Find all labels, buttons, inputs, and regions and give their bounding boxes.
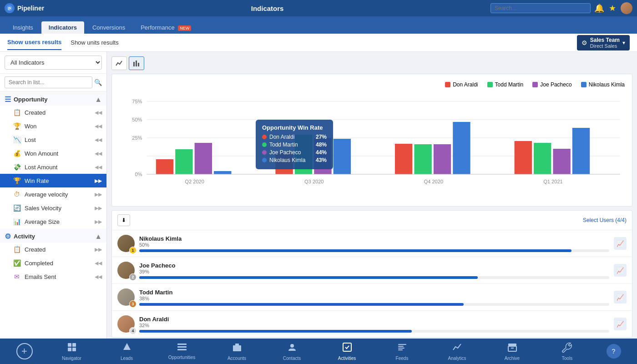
tooltip-val-todd: 48% [316, 142, 327, 148]
nav-item-tools[interactable]: Tools [551, 342, 583, 361]
sidebar-item-lost-amount[interactable]: 💸 Lost Amount ◀◀ [0, 160, 106, 174]
new-badge: NEW [178, 25, 191, 31]
legend-dot-joe [532, 82, 538, 87]
bar-q1-nikolaus[interactable] [572, 128, 590, 174]
sidebar-item-lost[interactable]: 📉 Lost ◀◀ [0, 133, 106, 147]
rank-pct-don: 32% [139, 323, 609, 328]
nav-item-activities[interactable]: Activities [331, 342, 363, 361]
tab-insights[interactable]: Insights [5, 21, 40, 34]
tab-performance[interactable]: Performance NEW [133, 21, 198, 34]
search-input[interactable] [490, 3, 591, 13]
rankings-container: ⬇ Select Users (4/4) 1 Nikolaus Kimla 50… [111, 210, 632, 338]
legend-joe-pacheco: Joe Pacheco [532, 81, 571, 88]
sidebar-item-act-created[interactable]: 📋 Created ▶▶ [0, 243, 106, 256]
nav-item-opportunities[interactable]: Opportunities [166, 343, 198, 360]
select-users-link[interactable]: Select Users (4/4) [583, 217, 627, 223]
bar-q2-todd[interactable] [175, 149, 192, 174]
bar-q4-joe[interactable] [434, 144, 451, 174]
archive-icon [507, 342, 518, 355]
bar-q2-don[interactable] [156, 159, 173, 174]
sidebar-item-avg-size[interactable]: 📊 Average Size ▶▶ [0, 215, 106, 228]
rank-chart-btn-nikolaus[interactable]: 📈 [614, 237, 627, 250]
svg-rect-19 [68, 343, 71, 347]
sidebar-item-sales-velocity[interactable]: 🔄 Sales Velocity ▶▶ [0, 201, 106, 215]
sidebar-item-created[interactable]: 📋 Created ◀◀ [0, 106, 106, 119]
opportunity-collapse-icon[interactable]: ▲ [95, 96, 102, 104]
tooltip-row-todd: Todd Martin 48% [262, 142, 327, 148]
rank-badge-joe: 2 [129, 273, 136, 281]
add-button[interactable]: + [16, 343, 33, 359]
emails-sent-label: Emails Sent [25, 273, 56, 280]
rank-badge-don: 4 [129, 327, 136, 334]
indicator-filter-select[interactable]: All Indicators Opportunity Activity [5, 56, 102, 70]
nav-item-analytics[interactable]: Analytics [441, 342, 473, 361]
won-label: Won [25, 123, 37, 130]
avg-velocity-label: Average velocity [25, 191, 68, 198]
search-icon[interactable]: 🔍 [94, 79, 102, 86]
tooltip-title: Opportunity Win Rate [262, 124, 327, 131]
bar-q2-nikolaus[interactable] [214, 171, 231, 174]
act-created-label: Created [25, 246, 46, 253]
sidebar-search-input[interactable] [5, 76, 92, 88]
win-rate-arrows: ▶▶ [95, 178, 102, 184]
show-units-btn[interactable]: Show units results [71, 35, 119, 50]
leads-label: Leads [121, 356, 133, 361]
svg-rect-31 [508, 346, 516, 351]
sidebar-item-won[interactable]: 🏆 Won ◀◀ [0, 119, 106, 133]
svg-rect-2 [133, 62, 135, 66]
svg-text:Q1 2021: Q1 2021 [543, 179, 563, 184]
tab-conversions[interactable]: Conversions [85, 21, 132, 34]
nav-item-navigator[interactable]: Navigator [56, 342, 88, 361]
tab-indicators[interactable]: Indicators [41, 21, 84, 34]
nav-item-archive[interactable]: Archive [496, 342, 528, 361]
bar-q4-todd[interactable] [414, 144, 431, 174]
help-button[interactable]: ? [607, 344, 621, 359]
bar-chart-btn[interactable] [129, 56, 144, 70]
line-chart-btn[interactable] [111, 56, 127, 70]
activity-collapse-icon[interactable]: ▲ [95, 233, 102, 241]
notification-icon[interactable]: 🔔 [594, 3, 604, 13]
bar-q2-joe[interactable] [195, 143, 212, 174]
rank-chart-btn-joe[interactable]: 📈 [614, 264, 627, 277]
legend-nikolaus-kimla: Nikolaus Kimla [581, 81, 625, 88]
page-title: Indicators [48, 5, 487, 12]
sidebar-item-emails-sent[interactable]: ✉ Emails Sent ◀◀ [0, 270, 106, 283]
nav-item-contacts[interactable]: Contacts [276, 342, 308, 361]
opportunity-section-icon: ☰ [5, 95, 11, 104]
legend-label-todd: Todd Martin [495, 81, 524, 88]
svg-text:0%: 0% [135, 172, 142, 177]
sidebar-item-completed[interactable]: ✅ Completed ◀◀ [0, 256, 106, 270]
sidebar-item-avg-velocity[interactable]: ⏱ Average velocity ▶▶ [0, 187, 106, 201]
nav-item-feeds[interactable]: Feeds [386, 342, 418, 361]
sidebar-search-area: 🔍 [0, 74, 106, 91]
ranking-row-don: 4 Don Araldi 32% 📈 [112, 311, 632, 337]
opportunities-label: Opportunities [168, 355, 195, 360]
nav-item-leads[interactable]: Leads [111, 342, 143, 361]
rank-chart-btn-don[interactable]: 📈 [614, 318, 627, 330]
rank-chart-btn-todd[interactable]: 📈 [614, 291, 627, 303]
bar-q4-nikolaus[interactable] [453, 122, 470, 174]
bar-q1-joe[interactable] [553, 149, 570, 174]
bar-q3-nikolaus[interactable] [334, 139, 351, 174]
rank-bar-don [139, 330, 412, 333]
sidebar-item-win-rate[interactable]: 🏆 Win Rate ▶▶ [0, 174, 106, 187]
sidebar-item-won-amount[interactable]: 💰 Won Amount ◀◀ [0, 147, 106, 160]
sort-btn[interactable]: ⬇ [117, 214, 130, 226]
rank-bar-bg-don [139, 330, 609, 333]
tooltip-val-don: 27% [316, 134, 327, 140]
bar-q1-todd[interactable] [534, 143, 551, 174]
bar-q1-don[interactable] [515, 141, 532, 174]
ranking-row-todd: 3 Todd Martin 38% 📈 [112, 284, 632, 311]
team-selector[interactable]: ⚙ Sales Team Direct Sales ▾ [577, 35, 630, 51]
nav-item-accounts[interactable]: Accounts [221, 342, 253, 361]
rank-bar-nikolaus [139, 249, 571, 252]
user-avatar[interactable] [621, 2, 632, 14]
show-users-btn[interactable]: Show users results [7, 35, 61, 50]
bar-q4-don[interactable] [395, 144, 412, 174]
rank-bar-joe [139, 276, 478, 279]
favorites-icon[interactable]: ★ [609, 3, 616, 13]
svg-rect-30 [508, 344, 516, 346]
legend-todd-martin: Todd Martin [487, 81, 524, 88]
svg-text:25%: 25% [132, 135, 142, 141]
tooltip-val-joe: 44% [316, 149, 327, 156]
